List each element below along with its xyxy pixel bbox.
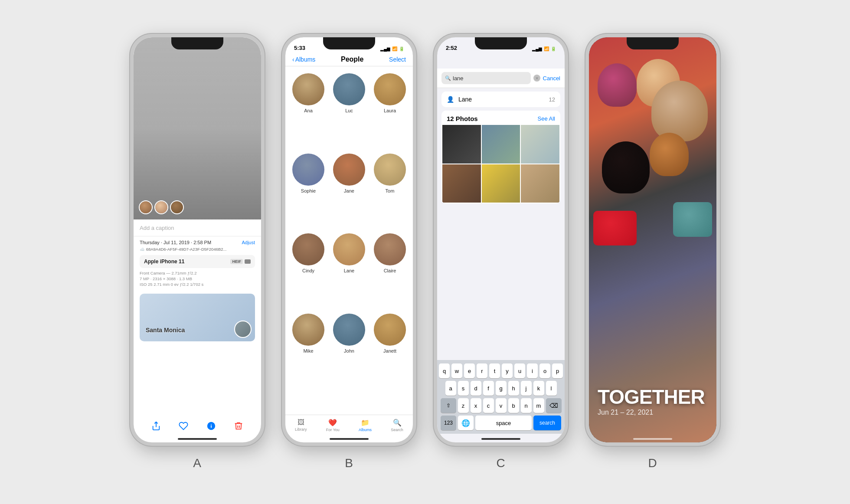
person-cell-luc[interactable]: Luc <box>332 73 366 147</box>
key-o[interactable]: o <box>539 363 550 378</box>
key-h[interactable]: h <box>508 381 519 396</box>
people-grid: Ana Luc Laura Sophie <box>285 66 413 393</box>
person-cell-cindy[interactable]: Cindy <box>291 233 325 307</box>
map-area[interactable]: Santa Monica <box>140 294 255 341</box>
person-cell-sophie[interactable]: Sophie <box>291 154 325 227</box>
person-result-count: 12 <box>549 96 555 103</box>
tab-bar-b: 🖼 Library ❤️ For You 📁 Albums 🔍 Search <box>285 415 413 434</box>
num-key[interactable]: 123 <box>441 416 456 430</box>
photo-thumb-2[interactable] <box>482 125 520 164</box>
albums-icon: 📁 <box>361 419 369 427</box>
key-m[interactable]: m <box>533 398 544 413</box>
key-u[interactable]: u <box>514 363 525 378</box>
key-p[interactable]: p <box>552 363 563 378</box>
key-b[interactable]: b <box>508 398 519 413</box>
key-s[interactable]: s <box>458 381 469 396</box>
key-j[interactable]: j <box>521 381 532 396</box>
person-photo-claire <box>374 233 406 265</box>
photo-thumb-1[interactable] <box>442 125 481 164</box>
tab-library-label: Library <box>295 427 307 432</box>
tab-search[interactable]: 🔍 Search <box>391 419 403 432</box>
search-icon-c: 🔍 <box>445 75 451 81</box>
like-button[interactable] <box>176 418 191 434</box>
key-f[interactable]: f <box>483 381 494 396</box>
person-result[interactable]: 👤 Lane 12 <box>441 92 560 107</box>
photo-thumb-5[interactable] <box>482 164 520 203</box>
key-k[interactable]: k <box>533 381 544 396</box>
key-c[interactable]: c <box>483 398 494 413</box>
person-name-sophie: Sophie <box>301 188 316 193</box>
tab-for-you[interactable]: ❤️ For You <box>326 419 340 432</box>
person-cell-ana[interactable]: Ana <box>291 73 325 147</box>
person-photo-lane <box>333 233 365 265</box>
person-cell-claire[interactable]: Claire <box>373 233 407 307</box>
key-w[interactable]: w <box>451 363 462 378</box>
key-x[interactable]: x <box>471 398 481 413</box>
person-name-laura: Laura <box>384 108 396 113</box>
heif-badge: HEIF <box>230 259 243 264</box>
shift-key[interactable]: ⇧ <box>441 398 456 413</box>
person-cell-laura[interactable]: Laura <box>373 73 407 147</box>
device-name: Apple iPhone 11 <box>144 259 184 265</box>
keyboard-c: q w e r t y u i o p a s d <box>437 360 565 434</box>
search-input-c[interactable]: 🔍 lane <box>441 72 531 84</box>
select-button-b[interactable]: Select <box>389 56 406 63</box>
person-photo-luc <box>333 73 365 105</box>
cancel-button-c[interactable]: Cancel <box>543 75 560 82</box>
key-y[interactable]: y <box>502 363 513 378</box>
photo-thumb-6[interactable] <box>521 164 559 203</box>
time-b: 5:33 <box>294 45 305 51</box>
search-clear-button[interactable]: ✕ <box>533 75 540 82</box>
wifi-icon-c: 📶 <box>544 46 549 51</box>
key-i[interactable]: i <box>527 363 538 378</box>
screen-d: TOGETHER Jun 21 – 22, 2021 <box>589 37 716 442</box>
info-button[interactable] <box>203 418 219 434</box>
cloud-id: 68A9A4D6-AF5F-49D7-A23F-D5F2046B2... <box>146 247 227 252</box>
phone-c-wrapper: 2:52 ▂▄▆ 📶 🔋 🔍 lane ✕ Cancel <box>434 34 568 470</box>
search-key[interactable]: search <box>533 416 561 430</box>
key-d[interactable]: d <box>471 381 481 396</box>
tab-albums[interactable]: 📁 Albums <box>359 419 372 432</box>
key-g[interactable]: g <box>496 381 507 396</box>
person-cell-mike[interactable]: Mike <box>291 314 325 387</box>
person-cell-john[interactable]: John <box>332 314 366 387</box>
tab-library[interactable]: 🖼 Library <box>295 419 307 432</box>
person-cell-lane[interactable]: Lane <box>332 233 366 307</box>
emoji-key[interactable]: 🌐 <box>458 416 474 430</box>
photos-header: 12 Photos See All <box>441 111 560 125</box>
person-cell-janett[interactable]: Janett <box>373 314 407 387</box>
adjust-button[interactable]: Adjust <box>242 240 255 245</box>
key-l[interactable]: l <box>546 381 557 396</box>
share-button[interactable] <box>148 418 164 434</box>
person-name-tom: Tom <box>386 188 395 193</box>
key-t[interactable]: t <box>489 363 500 378</box>
signal-icon: ▂▄▆ <box>380 46 390 51</box>
photo-thumb-4[interactable] <box>442 164 481 203</box>
see-all-button[interactable]: See All <box>538 115 555 122</box>
tab-foryou-label: For You <box>326 428 340 432</box>
delete-button[interactable] <box>231 418 246 434</box>
key-q[interactable]: q <box>439 363 450 378</box>
delete-key[interactable]: ⌫ <box>546 398 562 413</box>
person-result-name: Lane <box>458 96 545 103</box>
battery-icon: 🔋 <box>399 46 404 51</box>
person-name-john: John <box>344 348 354 353</box>
key-a[interactable]: a <box>445 381 456 396</box>
photo-thumb-3[interactable] <box>521 125 559 164</box>
key-e[interactable]: e <box>464 363 475 378</box>
search-bar-c[interactable]: 🔍 lane ✕ Cancel <box>437 69 565 88</box>
person-photo-cindy <box>292 233 324 265</box>
key-z[interactable]: z <box>458 398 469 413</box>
back-button-b[interactable]: ‹ Albums <box>292 56 315 63</box>
key-n[interactable]: n <box>521 398 532 413</box>
person-cell-tom[interactable]: Tom <box>373 154 407 227</box>
key-v[interactable]: v <box>496 398 507 413</box>
tab-albums-label: Albums <box>359 428 372 432</box>
caption-area[interactable]: Add a caption <box>134 219 261 236</box>
person-cell-jane[interactable]: Jane <box>332 154 366 227</box>
space-key[interactable]: space <box>475 416 532 430</box>
key-r[interactable]: r <box>477 363 487 378</box>
library-icon: 🖼 <box>298 419 304 426</box>
main-scene: Add a caption Thursday · Jul 11, 2019 · … <box>0 0 850 504</box>
map-thumbnail <box>234 321 252 338</box>
